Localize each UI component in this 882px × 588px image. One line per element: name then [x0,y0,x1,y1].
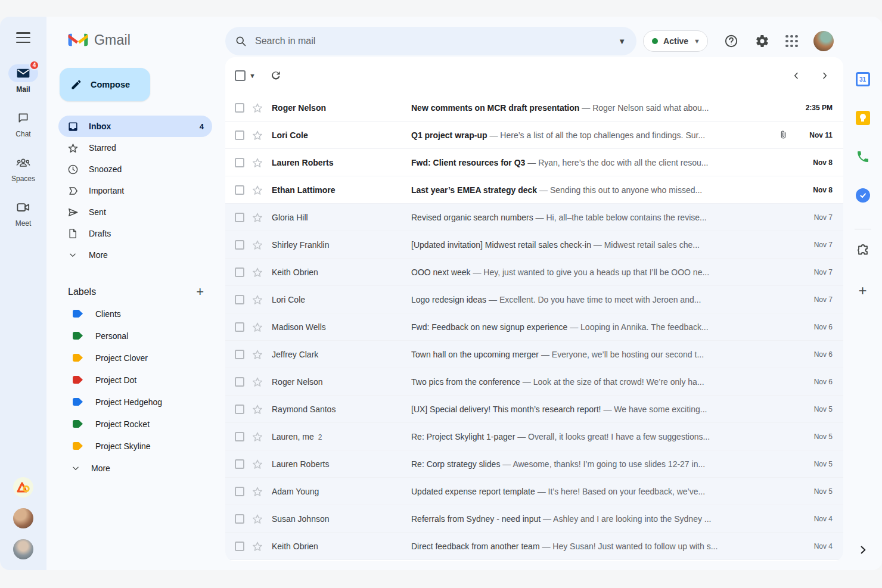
label-tag-icon [73,442,83,450]
email-checkbox[interactable] [235,405,244,414]
email-row[interactable]: Raymond Santos [UX] Special delivery! Th… [225,396,843,423]
rail-item-spaces[interactable]: Spaces [8,154,38,183]
email-checkbox[interactable] [235,158,244,167]
rail-item-meet[interactable]: Meet [8,198,38,228]
select-all-checkbox[interactable] [235,70,246,81]
star-toggle-icon[interactable] [251,266,263,278]
search-input[interactable] [255,36,618,46]
email-row[interactable]: Roger Nelson Two pics from the conferenc… [225,368,843,396]
nav-item-snoozed[interactable]: Snoozed [58,158,212,180]
email-row[interactable]: Shirley Franklin [Updated invitation] Mi… [225,231,843,259]
compose-button[interactable]: Compose [60,68,150,101]
calendar-icon[interactable]: 31 [855,71,871,87]
star-toggle-icon[interactable] [251,376,263,388]
star-toggle-icon[interactable] [251,102,263,114]
newer-page-chevron-left-icon[interactable] [791,70,802,81]
label-item[interactable]: Project Skyline [58,435,212,457]
nav-item-drafts[interactable]: Drafts [58,223,212,244]
label-item[interactable]: Clients [58,303,212,325]
main-menu-hamburger-icon[interactable] [16,32,30,43]
nav-item-inbox[interactable]: Inbox 4 [58,116,212,137]
add-on-icon[interactable] [855,242,871,258]
label-item[interactable]: Project Dot [58,369,212,391]
rail-item-chat[interactable]: Chat [8,109,38,138]
email-row[interactable]: Keith Obrien OOO next week — Hey, just w… [225,259,843,286]
help-icon[interactable] [723,33,739,49]
email-row[interactable]: Jeffrey Clark Town hall on the upcoming … [225,341,843,368]
email-checkbox[interactable] [235,295,244,304]
search-bar[interactable]: ▼ [225,27,636,55]
nav-item-starred[interactable]: Starred [58,137,212,158]
email-checkbox[interactable] [235,130,244,140]
nav-item-sent[interactable]: Sent [58,201,212,223]
star-toggle-icon[interactable] [251,321,263,333]
email-checkbox[interactable] [235,487,244,496]
email-checkbox[interactable] [235,459,244,469]
label-item[interactable]: Project Rocket [58,413,212,435]
label-item[interactable]: Project Hedgehog [58,391,212,413]
create-label-plus-icon[interactable]: + [194,285,206,298]
labels-more[interactable]: More [58,457,212,479]
email-checkbox[interactable] [235,350,244,359]
star-toggle-icon[interactable] [251,294,263,306]
star-toggle-icon[interactable] [251,157,263,169]
voice-phone-icon[interactable] [855,149,871,164]
email-row[interactable]: Lori Cole Q1 project wrap-up — Here’s a … [225,122,843,149]
refresh-icon[interactable] [270,70,282,82]
star-toggle-icon[interactable] [251,349,263,360]
email-checkbox[interactable] [235,213,244,222]
star-toggle-icon[interactable] [251,540,263,552]
email-checkbox[interactable] [235,185,244,195]
nav-item-important[interactable]: Important [58,180,212,201]
label-name: Personal [95,331,128,341]
email-row[interactable]: Gloria Hill Revised organic search numbe… [225,204,843,231]
expand-side-panel-chevron-icon[interactable] [857,544,869,556]
email-row[interactable]: Lauren, me 2 Re: Project Skylight 1-page… [225,423,843,450]
email-checkbox[interactable] [235,377,244,387]
tasks-icon[interactable] [855,188,871,203]
account-avatar[interactable] [813,31,834,51]
email-row[interactable]: Ethan Lattimore Last year’s EMEA strateg… [225,176,843,204]
email-row[interactable]: Susan Johnson Referrals from Sydney - ne… [225,505,843,533]
star-toggle-icon[interactable] [251,239,263,251]
rail-item-mail[interactable]: 4 Mail [8,64,38,94]
get-add-ons-plus-icon[interactable]: + [858,284,867,298]
star-toggle-icon[interactable] [251,403,263,415]
label-item[interactable]: Personal [58,325,212,347]
email-checkbox[interactable] [235,267,244,277]
email-row[interactable]: Adam Young Updated expense report templa… [225,478,843,505]
search-icon[interactable] [235,35,247,47]
google-apps-grid-icon[interactable] [785,35,798,48]
email-row[interactable]: Lori Cole Logo redesign ideas — Excellen… [225,286,843,313]
star-toggle-icon[interactable] [251,513,263,525]
contact-avatar-1[interactable] [13,508,33,528]
star-toggle-icon[interactable] [251,211,263,223]
nav-item-more[interactable]: More [58,244,212,266]
email-checkbox[interactable] [235,103,244,113]
label-item[interactable]: Project Clover [58,347,212,369]
star-toggle-icon[interactable] [251,184,263,196]
star-toggle-icon[interactable] [251,431,263,443]
older-page-chevron-right-icon[interactable] [819,70,830,81]
email-checkbox[interactable] [235,322,244,332]
email-row[interactable]: Roger Nelson New comments on MCR draft p… [225,94,843,122]
star-toggle-icon[interactable] [251,486,263,497]
star-toggle-icon[interactable] [251,129,263,141]
email-checkbox[interactable] [235,432,244,441]
keep-icon[interactable] [855,110,871,126]
workspace-logo-avatar[interactable] [13,477,33,497]
select-options-caret-icon[interactable]: ▼ [249,72,256,79]
status-selector[interactable]: Active ▼ [643,30,708,52]
search-options-caret-icon[interactable]: ▼ [618,37,626,46]
email-row[interactable]: Lauren Roberts Re: Corp strategy slides … [225,450,843,478]
email-row[interactable]: Keith Obrien Direct feedback from anothe… [225,533,843,560]
email-row[interactable]: Lauren Roberts Fwd: Client resources for… [225,149,843,176]
email-row[interactable]: Madison Wells Fwd: Feedback on new signu… [225,313,843,341]
email-checkbox[interactable] [235,240,244,250]
settings-gear-icon[interactable] [754,33,770,49]
contact-avatar-2[interactable] [13,539,33,559]
email-checkbox[interactable] [235,514,244,524]
side-panel-divider [855,229,871,229]
star-toggle-icon[interactable] [251,458,263,470]
email-checkbox[interactable] [235,542,244,551]
